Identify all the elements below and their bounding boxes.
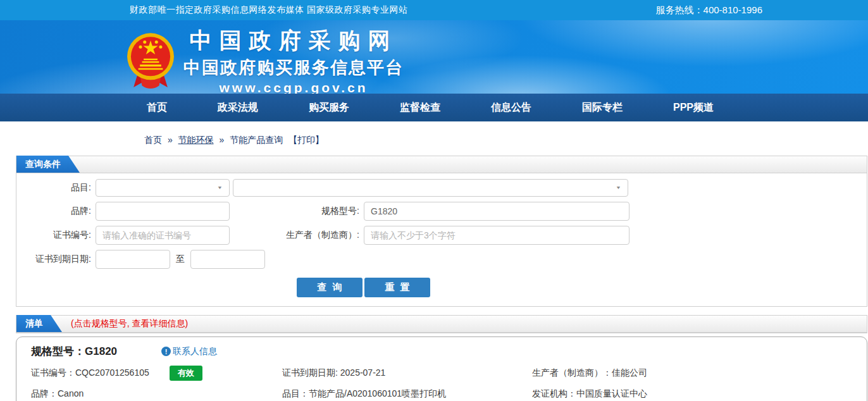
expiry-label: 证书到期日期: [16,254,91,265]
contact-info-label: 联系人信息 [173,346,217,357]
result-issuer: 发证机构：中国质量认证中心 [532,388,867,400]
expiry-end-input[interactable] [190,250,265,269]
info-icon: ! [161,347,171,356]
model-input[interactable] [364,202,629,221]
query-form: 品目: ▼ ▼ 品牌: 规格型号: 证书编号: 生产者（制造商）: 证书到期日期… [16,173,867,306]
result-brand: 品牌：Canon [31,388,282,400]
top-bar: 财政部唯一指定政府采购信息网络发布媒体 国家级政府采购专业网站 服务热线：400… [0,0,868,20]
logo-text: 中国政府采购网 中国政府购买服务信息平台 www.ccgp.gov.cn [183,26,404,94]
category-label: 品目: [16,182,91,194]
results-section: 清单 (点击规格型号, 查看详细信息) 规格型号：G1820 ! 联系人信息 证… [0,315,868,401]
nav-item-regulations[interactable]: 政采法规 [218,101,258,114]
subcategory-select[interactable]: ▼ [233,179,628,197]
breadcrumb: 首页 » 节能环保 » 节能产品查询 【打印】 [144,135,868,146]
category-select[interactable]: ▼ [96,179,230,197]
cert-no-label: 证书编号: [16,230,91,241]
search-button[interactable]: 查询 [297,278,363,297]
result-model-title[interactable]: 规格型号：G1820 [31,344,117,359]
breadcrumb-separator: » [219,135,224,145]
contact-info-link[interactable]: ! 联系人信息 [161,346,217,357]
manufacturer-label: 生产者（制造商）: [230,230,359,241]
cert-no-input[interactable] [96,226,230,245]
list-panel-title: 清单 [16,315,62,332]
breadcrumb-current-page: 节能产品查询 [230,135,283,145]
nav-item-international[interactable]: 国际专栏 [582,101,623,114]
site-logo[interactable]: 中国政府采购网 中国政府购买服务信息平台 www.ccgp.gov.cn [124,26,404,94]
site-subtitle: 中国政府购买服务信息平台 [183,56,404,79]
national-emblem-icon [124,30,177,91]
result-manufacturer: 生产者（制造商）：佳能公司 [532,367,867,379]
chevron-down-icon: ▼ [217,185,223,190]
breadcrumb-separator: » [168,135,173,145]
nav-item-home[interactable]: 首页 [147,101,167,114]
result-cert-cell: 证书编号：CQC20701256105 有效 [31,366,282,381]
site-url: www.ccgp.gov.cn [183,80,404,94]
site-slogan: 财政部唯一指定政府采购信息网络发布媒体 国家级政府采购专业网站 [130,4,407,16]
nav-item-purchase-services[interactable]: 购买服务 [309,101,349,114]
query-panel: 查询条件 品目: ▼ ▼ 品牌: 规格型号: 证书编号: 生产者（制造商）: 证… [16,156,867,307]
main-nav: 首页 政采法规 购买服务 监督检查 信息公告 国际专栏 PPP频道 [0,94,868,121]
model-label: 规格型号: [230,206,359,217]
query-panel-header: 查询条件 [16,156,867,173]
nav-item-announcements[interactable]: 信息公告 [491,101,531,114]
site-name: 中国政府采购网 [183,26,404,56]
print-link[interactable]: 【打印】 [288,135,324,145]
result-cert-no: 证书编号：CQC20701256105 [31,367,149,378]
breadcrumb-section[interactable]: 节能环保 [178,135,214,145]
brand-label: 品牌: [16,206,91,217]
manufacturer-input[interactable] [364,226,629,245]
list-panel-header: 清单 (点击规格型号, 查看详细信息) [16,316,867,333]
nav-item-supervision[interactable]: 监督检查 [400,101,440,114]
reset-button[interactable]: 重置 [364,278,430,297]
site-header: 中国政府采购网 中国政府购买服务信息平台 www.ccgp.gov.cn [0,20,868,94]
result-category: 品目：节能产品/A0201060101喷墨打印机 [282,388,532,400]
list-hint: (点击规格型号, 查看详细信息) [71,318,188,330]
expiry-start-input[interactable] [96,250,170,269]
result-card: 规格型号：G1820 ! 联系人信息 证书编号：CQC20701256105 有… [16,336,867,401]
service-hotline: 服务热线：400-810-1996 [656,4,762,16]
brand-input[interactable] [96,202,230,221]
to-label: 至 [176,254,185,265]
chevron-down-icon: ▼ [616,185,621,190]
list-panel-header-box: 清单 (点击规格型号, 查看详细信息) [16,315,867,333]
result-expiry: 证书到期日期: 2025-07-21 [282,367,532,379]
query-panel-title: 查询条件 [16,156,80,173]
nav-item-ppp-channel[interactable]: PPP频道 [673,101,714,114]
status-badge: 有效 [170,366,202,381]
breadcrumb-home[interactable]: 首页 [144,135,162,145]
